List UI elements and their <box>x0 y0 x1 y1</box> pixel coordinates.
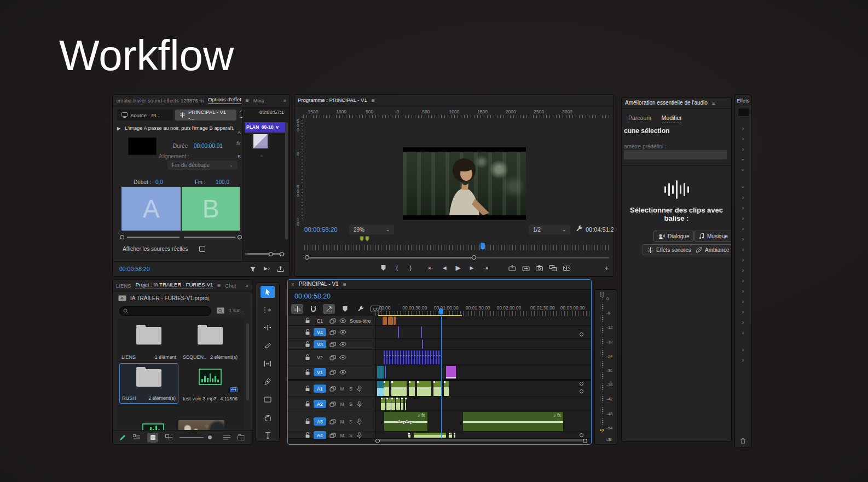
program-scroll-handle-left[interactable] <box>305 255 309 260</box>
track-target-a3[interactable]: A3 <box>314 417 326 426</box>
effects-category-chevron-icon[interactable]: › <box>735 328 751 338</box>
clip[interactable] <box>449 433 452 438</box>
zoom-slider[interactable] <box>180 435 212 439</box>
project-item-test-voix-3-mp3[interactable]: test-voix-3.mp34:11806 <box>181 363 240 404</box>
timeline-ruler[interactable]: :00:0000:00:30:0000:01:00:0000:01:30:000… <box>375 304 591 316</box>
go-to-out-button[interactable]: ⇥ <box>478 262 492 273</box>
fx-thumbnail[interactable] <box>253 134 268 148</box>
clip[interactable]: ♪ fx <box>384 412 427 431</box>
project-item-liens[interactable]: LIENS1 élément <box>119 322 178 362</box>
track-target-v2[interactable]: V2 <box>314 353 326 362</box>
button-editor-button[interactable]: + <box>600 262 614 273</box>
mini-scroll-handle-right[interactable] <box>280 252 284 256</box>
source-assign-icon[interactable] <box>329 401 336 407</box>
playback-resolution-select[interactable]: 1/2 ⌄ <box>529 225 570 234</box>
end-slider[interactable] <box>184 237 235 238</box>
effects-category-chevron-icon[interactable]: › <box>735 286 751 296</box>
list-view-icon[interactable] <box>133 434 140 440</box>
type-tool[interactable] <box>261 429 275 441</box>
program-timecode[interactable]: 00:00:58:20 <box>304 226 338 233</box>
clip[interactable] <box>377 366 384 378</box>
search-bin-icon[interactable] <box>217 307 224 314</box>
mic-icon[interactable] <box>357 386 362 392</box>
solo-button[interactable]: S <box>348 419 354 424</box>
writable-pencil-icon[interactable] <box>119 434 126 441</box>
eye-icon[interactable] <box>339 370 346 375</box>
clip[interactable] <box>409 381 415 396</box>
transition-b-preview[interactable]: B <box>182 187 240 231</box>
clip[interactable] <box>396 398 400 410</box>
clip[interactable] <box>398 326 399 338</box>
mute-button[interactable]: M <box>339 433 345 438</box>
keyframe-dot[interactable] <box>406 420 408 422</box>
source-assign-icon[interactable] <box>329 318 336 324</box>
source-assign-icon[interactable] <box>329 355 336 360</box>
effects-category-chevron-icon[interactable]: › <box>735 345 751 355</box>
extract-button[interactable] <box>519 262 533 273</box>
tab-effect-options[interactable]: Options d'effet <box>208 96 241 104</box>
timeline-marker-icon[interactable] <box>397 304 401 305</box>
tag-button-sfx[interactable]: Effets sonores <box>643 244 696 255</box>
effects-category-chevron-icon[interactable]: › <box>738 179 748 195</box>
solo-button[interactable]: S <box>348 433 354 438</box>
effects-category-chevron-icon[interactable]: › <box>735 203 751 213</box>
tab-overflow-icon[interactable]: » <box>283 97 286 104</box>
lock-icon[interactable] <box>305 318 310 324</box>
timeline-playhead-line[interactable] <box>441 313 442 439</box>
sequence-marker-icon[interactable] <box>365 236 369 242</box>
program-menu-icon[interactable]: ≡ <box>372 97 375 104</box>
lift-button[interactable] <box>505 262 519 273</box>
project-breadcrumb[interactable]: IA TRAILER - FURIES-V1.prproj <box>118 295 209 301</box>
program-mini-ruler[interactable] <box>304 245 609 250</box>
lock-icon[interactable] <box>305 329 310 335</box>
track-content-a1[interactable] <box>375 381 591 397</box>
track-target-v4[interactable]: V4 <box>314 328 326 336</box>
comparison-view-button[interactable] <box>560 262 574 273</box>
track-resize-handle[interactable] <box>580 389 583 393</box>
tab-browse[interactable]: Parcourir <box>628 114 652 123</box>
mini-scroll-handle-left[interactable] <box>269 252 273 256</box>
source-assign-icon[interactable] <box>329 370 336 375</box>
lock-icon[interactable] <box>305 386 310 392</box>
tab-sequence[interactable]: PRINCIPAL - V1 <box>299 281 339 288</box>
clip[interactable] <box>381 398 385 410</box>
tag-button-ambience[interactable]: Ambiance <box>691 244 732 255</box>
tab-edit[interactable]: Modifier <box>662 114 682 123</box>
effects-category-chevron-icon[interactable]: › <box>735 355 751 365</box>
effects-category-chevron-icon[interactable]: › <box>738 162 748 178</box>
keyframe-dot[interactable] <box>409 422 412 424</box>
end-value[interactable]: 100,0 <box>216 179 229 185</box>
clip[interactable] <box>417 381 431 396</box>
step-forward-button[interactable]: ▶ <box>465 262 479 273</box>
track-content-c1[interactable] <box>375 316 591 325</box>
clip[interactable] <box>454 433 455 438</box>
timeline-menu-icon[interactable]: ≡ <box>343 282 346 288</box>
track-content-v1[interactable] <box>375 365 591 379</box>
mark-in-button[interactable]: { <box>390 262 404 273</box>
project-item-sequen-[interactable]: SEQUEN..2 élément(s) <box>181 322 240 362</box>
trash-icon[interactable] <box>740 438 746 444</box>
effects-category-chevron-icon[interactable]: › <box>735 223 751 234</box>
preset-dropdown[interactable] <box>624 150 727 159</box>
hand-tool[interactable] <box>261 411 275 423</box>
start-slider-handle[interactable] <box>120 235 124 239</box>
insert-button[interactable] <box>546 262 560 273</box>
mark-out-button[interactable]: } <box>404 262 418 273</box>
nest-sequence-icon[interactable] <box>291 304 303 314</box>
effects-category-chevron-icon[interactable]: › <box>735 244 751 255</box>
show-actual-sources-checkbox[interactable] <box>199 246 205 252</box>
eye-icon[interactable] <box>339 342 346 347</box>
slip-tool[interactable] <box>261 358 275 370</box>
clip[interactable] <box>377 381 384 396</box>
solo-button[interactable]: S <box>348 386 354 392</box>
transition-a-preview[interactable]: A <box>121 187 181 231</box>
clip[interactable] <box>446 366 456 378</box>
track-select-tool[interactable] <box>261 304 275 316</box>
effects-search-input[interactable] <box>738 108 749 117</box>
tab-clip-media[interactable]: ematic-trailer-sound-effects-123876.mp3 <box>116 97 204 104</box>
lock-icon[interactable] <box>305 354 310 360</box>
program-scrollbar-range[interactable] <box>307 257 474 259</box>
effects-category-chevron-icon[interactable]: › <box>735 276 751 286</box>
step-back-button[interactable]: ◀ <box>438 262 452 273</box>
clip[interactable] <box>421 326 422 338</box>
